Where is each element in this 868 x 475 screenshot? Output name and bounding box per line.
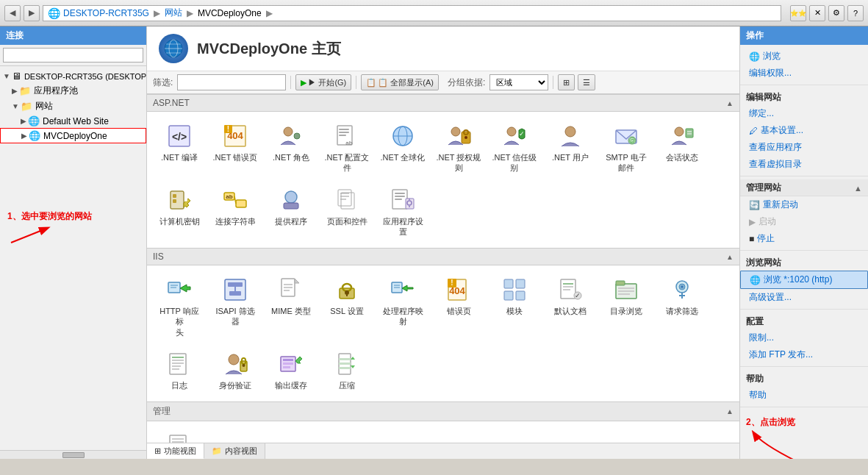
mime-img (278, 276, 304, 303)
sidebar-item-sites[interactable]: ▼ 📁 网站 (0, 99, 146, 114)
section-manage-collapse[interactable]: ▲ (726, 407, 734, 415)
right-panel-restart[interactable]: 🔄 重新启动 (740, 196, 868, 213)
isapi-label: ISAPI 筛选器 (215, 306, 254, 327)
icon-appsettings[interactable]: 应用程序设置 (376, 182, 429, 243)
icon-provider[interactable]: 提供程序 (265, 182, 318, 243)
icon-modules[interactable]: 模块 (488, 271, 541, 343)
icon-net-error[interactable]: 404! .NET 错误页 (209, 118, 262, 179)
view-grid-button[interactable]: ⊞ (558, 74, 575, 90)
right-panel-viewvirtdir[interactable]: 查看虚拟目录 (740, 156, 868, 173)
icon-net-compile[interactable]: </> .NET 编译 (153, 118, 206, 179)
svg-rect-90 (563, 286, 573, 288)
right-panel-header: 操作 (740, 26, 868, 45)
svg-point-110 (229, 354, 239, 365)
svg-text:!: ! (451, 279, 453, 287)
net-auth-label: .NET 授权规则 (436, 152, 481, 174)
section-iis-header[interactable]: IIS ▲ (147, 248, 739, 265)
browse-icon: 🌐 (749, 51, 760, 62)
sidebar-scrollbar[interactable] (0, 450, 146, 459)
right-panel-advsettings[interactable]: 高级设置... (740, 289, 868, 306)
right-panel-stop[interactable]: ■ 停止 (740, 230, 868, 247)
forward-button[interactable]: ▶ (24, 5, 40, 21)
svg-rect-98 (618, 293, 630, 295)
svg-rect-116 (283, 362, 293, 365)
right-panel-group-help: 帮助 帮助 (740, 367, 868, 407)
tab-funcview[interactable]: ⊞ 功能视图 (147, 443, 204, 459)
icon-logging[interactable]: 日志 (153, 346, 206, 396)
svg-rect-46 (284, 203, 298, 209)
svg-point-45 (285, 191, 297, 203)
right-panel-addftp[interactable]: 添加 FTP 发布... (740, 346, 868, 363)
groupby-select[interactable]: 区域 (489, 74, 548, 90)
globe-icon-mvc: 🌐 (29, 130, 40, 141)
refresh-icon[interactable]: ✕ (809, 5, 825, 21)
svg-rect-109 (172, 368, 179, 370)
right-panel-browse-port[interactable]: 🌐 浏览 *:1020 (http) (740, 271, 868, 289)
right-panel-viewapps[interactable]: 查看应用程序 (740, 139, 868, 156)
section-iis-collapse[interactable]: ▲ (726, 253, 734, 261)
right-panel-start[interactable]: ▶ 启动 (740, 213, 868, 230)
address-bar: 🌐 DESKTOP-RCRT35G ▶ 网站 ▶ MVCDeployOne ▶ (43, 5, 781, 21)
icon-cfgeditor[interactable]: 配置编辑器 (153, 427, 206, 443)
icon-pages[interactable]: 页面和控件 (320, 182, 373, 243)
sidebar-item-root[interactable]: ▼ 🖥 DESKTOP-RCRT35G (DESKTOP-RC... (0, 69, 146, 83)
icon-machinekey[interactable]: 计算机密钥 (153, 182, 206, 243)
icon-authn[interactable]: 身份验证 (209, 346, 262, 396)
icon-net-auth[interactable]: .NET 授权规则 (432, 118, 485, 179)
icon-net-role[interactable]: .NET 角色 (265, 118, 318, 179)
section-aspnet-header[interactable]: ASP.NET ▲ (147, 94, 739, 112)
tab-contentview[interactable]: 📁 内容视图 (204, 443, 265, 459)
icon-ssl[interactable]: SSL 设置 (320, 271, 373, 343)
section-aspnet-collapse[interactable]: ▲ (726, 99, 734, 107)
showall-button[interactable]: 📋 📋 全部显示(A) (361, 74, 439, 90)
icon-session[interactable]: 会话状态 (656, 118, 709, 179)
sidebar-item-apppool[interactable]: ▶ 📁 应用程序池 (0, 83, 146, 99)
right-panel-help[interactable]: 帮助 (740, 387, 868, 404)
icon-net-global[interactable]: .NET 全球化 (376, 118, 429, 179)
provider-img (278, 187, 304, 213)
favorites-icon[interactable]: ⭐⭐ (790, 5, 806, 21)
address-segment-1[interactable]: DESKTOP-RCRT35G (63, 8, 149, 18)
right-panel-group-browse: 🌐 浏览 编辑权限... (740, 45, 868, 85)
right-panel-manage-collapse[interactable]: ▲ (854, 184, 862, 193)
icon-http-redirect[interactable]: HTTP 响应标头 (153, 271, 206, 343)
sidebar-search-input[interactable] (3, 48, 143, 63)
svg-line-44 (234, 196, 236, 204)
dirbrowse-img (613, 276, 639, 303)
settings-icon[interactable]: ⚙ (828, 5, 844, 21)
icon-defaultdoc[interactable]: ✓ 默认文档 (544, 271, 597, 343)
sidebar-item-default[interactable]: ▶ 🌐 Default Web Site (0, 114, 146, 128)
icon-connstr[interactable]: ab 连接字符串 (209, 182, 262, 243)
icon-compress[interactable]: 压缩 (320, 346, 373, 396)
advsettings-label: 高级设置... (749, 291, 792, 304)
icon-dirbrowse[interactable]: 目录浏览 (600, 271, 653, 343)
icon-net-trust[interactable]: ✓ .NET 信任级别 (488, 118, 541, 179)
back-button[interactable]: ◀ (4, 5, 21, 21)
folder-icon-apppool: 📁 (19, 85, 31, 96)
icon-reqfilter[interactable]: 请求筛选 (656, 271, 709, 343)
net-trust-img: ✓ (501, 123, 528, 149)
help-icon[interactable]: ? (847, 5, 864, 21)
right-panel-editperms[interactable]: 编辑权限... (740, 65, 868, 82)
icon-output[interactable]: 输出缓存 (265, 346, 318, 396)
icon-handler[interactable]: 处理程序映射 (376, 271, 429, 343)
net-global-img (390, 123, 416, 149)
filter-input[interactable] (177, 74, 286, 90)
address-segment-2[interactable]: 网站 (165, 7, 182, 19)
start-button[interactable]: ▶ ▶ 开始(G) (295, 74, 351, 90)
right-panel-browse[interactable]: 🌐 浏览 (740, 48, 868, 65)
icon-errors[interactable]: 404! 错误页 (432, 271, 485, 343)
icon-mime[interactable]: MIME 类型 (265, 271, 318, 343)
section-manage-header[interactable]: 管理 ▲ (147, 401, 739, 421)
icon-net-config[interactable]: ab .NET 配置文件 (320, 118, 373, 179)
right-panel-basicsettings[interactable]: 🖊 基本设置... (740, 122, 868, 139)
icon-smtp[interactable]: @ SMTP 电子邮件 (600, 118, 653, 179)
view-list-button[interactable]: ☰ (578, 74, 595, 90)
breadcrumb-sep-3: ▶ (266, 8, 273, 18)
icon-isapi[interactable]: ISAPI 筛选器 (209, 271, 262, 343)
icon-net-user[interactable]: .NET 用户 (544, 118, 597, 179)
right-panel-bind[interactable]: 绑定... (740, 105, 868, 122)
sidebar-item-mvc[interactable]: ▶ 🌐 MVCDeployOne (0, 128, 146, 143)
right-panel-limits[interactable]: 限制... (740, 329, 868, 346)
cfgeditor-img (166, 432, 193, 443)
